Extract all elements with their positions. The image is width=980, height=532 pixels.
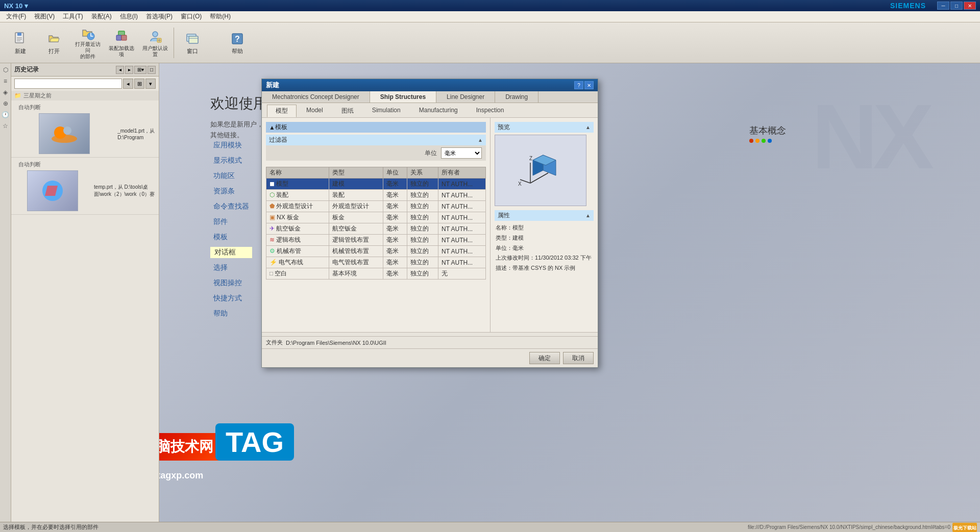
dialog-footer: 确定 取消 [262,348,598,367]
user-defaults-button[interactable]: 用户默认设 置 [139,26,172,60]
open-button[interactable]: 打开 [38,26,70,60]
window-button[interactable]: 窗口 [176,26,209,60]
table-row[interactable]: ≋逻辑布线 逻辑管线布置 毫米 独立的 NT AUTH... [266,235,486,246]
dialog-scrollbar[interactable] [262,332,598,336]
restore-button[interactable]: □ [950,2,963,10]
dialog-cancel-button[interactable]: 取消 [563,352,594,364]
help-button[interactable]: ? 帮助 [221,26,254,60]
side-icon-3[interactable]: ◈ [1,88,10,97]
table-row[interactable]: ⬟外观造型设计 外观造型设计 毫米 独立的 NT AUTH... [266,201,486,212]
template-section-header[interactable]: ▲ 模板 [266,122,486,133]
history-search-back[interactable]: ◂ [123,79,133,89]
assembly-options-button[interactable]: 装配加载选 项 [105,26,138,60]
cell-type-3: 板金 [329,212,383,223]
side-icon-4[interactable]: ⊕ [1,99,10,108]
history-search-input[interactable] [14,79,122,89]
props-section: 属性 ▲ 名称：模型 类型：建模 [495,210,594,275]
cell-name-4: ✈航空钣金 [266,223,329,235]
subtab-model-en[interactable]: Model [298,105,332,117]
tab-mechatronics[interactable]: Mechatronics Concept Designer [262,91,370,103]
open-recent-label: 打开最近访问 的部件 [74,41,102,60]
open-recent-button[interactable]: 打开最近访问 的部件 [71,26,104,60]
history-view-btn[interactable]: ⊞▾ [134,66,146,74]
status-bar: 选择模板，并在必要时选择引用的部件 file:///D:/Program Fil… [0,522,980,532]
tab-drawing[interactable]: Drawing [495,91,538,103]
unit-label: 单位 [425,149,437,158]
history-max-btn[interactable]: □ [148,66,156,74]
props-body: 名称：模型 类型：建模 单位：毫米 上次修改时间：11/30/2012 03:3… [495,221,594,275]
menu-assembly[interactable]: 装配(A) [87,11,116,22]
cell-owner-4: NT AUTH... [438,223,486,235]
new-button[interactable]: 新建 [4,26,37,60]
menu-help[interactable]: 帮助(H) [206,11,235,22]
main-layout: ⬡ ≡ ◈ ⊕ 🕐 ☆ 历史记录 ◂ ▸ ⊞▾ □ ◂ ⊞ ▾ 📁 三星期之前 [0,63,980,522]
template-tbody: ◼模型 建模 毫米 独立的 NT AUTH... ⬡装配 装配 毫米 独立的 N… [266,179,486,280]
menu-prefs[interactable]: 首选项(P) [142,11,177,22]
history-search-img[interactable]: ⊞ [134,79,144,89]
new-dialog-title: 新建 [266,81,279,90]
props-header[interactable]: 属性 ▲ [495,210,594,221]
nx-logo: NX 10 ▾ [4,2,28,10]
title-bar-left: NX 10 ▾ [4,2,28,10]
dialog-close-btn[interactable]: ✕ [584,81,594,89]
table-row[interactable]: ✈航空钣金 航空钣金 毫米 独立的 NT AUTH... [266,223,486,235]
user-defaults-icon [147,28,163,44]
new-dialog-titlebar: 新建 ? ✕ [262,79,598,91]
history-item-2[interactable]: 自动判断 temp.prt，从 D:\tools\桌面\work（2）\work… [11,158,159,215]
side-icon-5[interactable]: 🕐 [1,110,10,119]
menu-file[interactable]: 文件(F) [2,11,30,22]
dialog-help-btn[interactable]: ? [574,81,583,89]
minimize-button[interactable]: ─ [937,2,949,10]
table-row[interactable]: ◼模型 建模 毫米 独立的 NT AUTH... [266,179,486,190]
tab-ship-structures[interactable]: Ship Structures [370,91,436,103]
open-icon [46,31,62,47]
menu-bar: 文件(F) 视图(V) 工具(T) 装配(A) 信息(I) 首选项(P) 窗口(… [0,11,980,22]
history-forward-btn[interactable]: ▸ [125,66,133,74]
table-row[interactable]: ⚙机械布管 机械管线布置 毫米 独立的 NT AUTH... [266,246,486,257]
cell-owner-0: NT AUTH... [438,179,486,190]
side-icon-1[interactable]: ⬡ [1,65,10,74]
preview-section: 预览 ▲ Z [495,122,594,206]
table-row[interactable]: ▣NX 板金 板金 毫米 独立的 NT AUTH... [266,212,486,223]
history-item-1[interactable]: 自动判断 _model1.prt，从D:\Program [11,100,159,158]
col-name: 名称 [266,167,329,179]
subtab-inspection[interactable]: Inspection [468,105,513,117]
filter-section: 过滤器 ▲ 单位 毫米 英寸 [266,135,486,161]
toolbar-sep1 [174,28,174,58]
subtab-simulation[interactable]: Simulation [363,105,409,117]
new-dialog: 新建 ? ✕ Mechatronics Concept Designer Shi… [261,79,598,368]
dialog-body: ▲ 模板 过滤器 ▲ 单位 毫米 [262,118,598,332]
dialog-table-scroll[interactable]: 名称 类型 单位 关系 所有者 [266,167,486,280]
cell-unit-3: 毫米 [383,212,407,223]
side-icon-6[interactable]: ☆ [1,121,10,131]
menu-view[interactable]: 视图(V) [30,11,59,22]
file-path-row: 文件夹 D:\Program Files\Siemens\NX 10.0\UGI… [262,336,598,348]
prop-name: 名称：模型 [496,223,593,233]
subtab-manufacturing[interactable]: Manufacturing [410,105,467,117]
menu-window[interactable]: 窗口(O) [177,11,206,22]
unit-select[interactable]: 毫米 英寸 [441,147,482,159]
table-row[interactable]: ⚡电气布线 电气管线布置 毫米 独立的 NT AUTH... [266,257,486,268]
dialog-ok-button[interactable]: 确定 [529,352,560,364]
table-row[interactable]: ⬡装配 装配 毫米 独立的 NT AUTH... [266,190,486,201]
subtab-drawing[interactable]: 图纸 [333,105,362,117]
subtab-model-cn[interactable]: 模型 [267,105,297,117]
cell-type-2: 外观造型设计 [329,201,383,212]
svg-rect-7 [116,35,121,40]
preview-header[interactable]: 预览 ▲ [495,122,594,133]
tab-line-designer[interactable]: Line Designer [436,91,495,103]
filter-header[interactable]: 过滤器 ▲ [266,135,486,145]
cell-relation-0: 独立的 [407,179,438,190]
svg-rect-15 [189,36,198,43]
menu-tools[interactable]: 工具(T) [59,11,87,22]
cell-name-6: ⚙机械布管 [266,246,329,257]
side-icon-2[interactable]: ≡ [1,77,10,86]
status-url: file:///D:/Program Files/Siemens/NX 10.0… [748,524,950,530]
menu-info[interactable]: 信息(I) [116,11,142,22]
dialog-left: ▲ 模板 过滤器 ▲ 单位 毫米 [262,118,491,332]
cell-name-3: ▣NX 板金 [266,212,329,223]
table-row[interactable]: □空白 基本环境 毫米 独立的 无 [266,268,486,280]
close-button[interactable]: ✕ [964,2,976,10]
history-search-opts[interactable]: ▾ [145,79,156,89]
history-back-btn[interactable]: ◂ [116,66,124,74]
